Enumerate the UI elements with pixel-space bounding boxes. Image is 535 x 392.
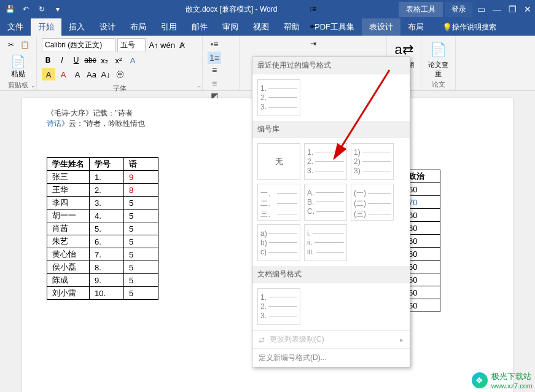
thesis-button[interactable]: 论文查重 — [426, 60, 450, 79]
watermark-logo-icon: ❖ — [472, 372, 488, 388]
clipboard-label: 剪贴板 — [5, 79, 31, 90]
table-row: 侯小磊8.5 — [47, 261, 158, 274]
table-row: 胡一一4.5 — [47, 210, 158, 222]
watermark-url: www.xz7.com — [491, 382, 533, 390]
table-row: 朱艺6.5 — [47, 235, 158, 248]
maximize-icon[interactable]: ❐ — [509, 4, 517, 14]
minimize-icon[interactable]: ― — [493, 4, 501, 14]
tab-home[interactable]: 开始 — [31, 18, 61, 36]
clear-format-icon[interactable]: A̷ — [176, 39, 188, 52]
numbering-dropdown: 最近使用过的编号格式 1. 2. 3. 编号库 无 1. 2. 3. 1) 2)… — [252, 57, 410, 367]
change-list-level: ⇄ 更改列表级别(C) ▸ — [252, 330, 410, 348]
students-table[interactable]: 学生姓名 学号 语 张三1.9 王华2.8 李四3.5 胡一一4.5 肖茜5.5… — [47, 157, 158, 300]
hyperlink-shihua[interactable]: 诗话 — [47, 119, 61, 128]
grow-font-icon[interactable]: A↑ — [147, 39, 160, 52]
undo-icon[interactable]: ↶ — [20, 3, 32, 15]
tab-view[interactable]: 视图 — [246, 18, 276, 36]
tab-design[interactable]: 设计 — [92, 18, 123, 36]
font-launcher-icon[interactable]: ⌐ — [198, 83, 201, 89]
table-tools-label: 表格工具 — [399, 2, 443, 17]
text-effects-icon[interactable]: A — [127, 54, 139, 66]
tab-table-layout[interactable]: 布局 — [400, 18, 431, 36]
docfmt-header: 文档编号格式 — [252, 266, 410, 283]
thesis-check-icon[interactable]: 📄 — [426, 42, 450, 58]
tab-insert[interactable]: 插入 — [61, 18, 92, 36]
numbering-none[interactable]: 无 — [257, 143, 300, 180]
thesis-group: 📄 论文查重 论文 — [421, 36, 456, 90]
change-case-button[interactable]: Aa — [85, 68, 98, 80]
table-header-row: 学生姓名 学号 语 — [47, 158, 158, 171]
save-icon[interactable]: 💾 — [4, 3, 16, 15]
watermark-name: 极光下载站 — [491, 371, 533, 382]
tab-layout[interactable]: 布局 — [123, 18, 154, 36]
define-new-format[interactable]: 定义新编号格式(D)... — [252, 348, 410, 367]
font-label: 字体 — [42, 82, 197, 93]
align-center-icon[interactable]: ≡ — [208, 77, 221, 90]
recent-header: 最近使用过的编号格式 — [252, 57, 410, 74]
italic-button[interactable]: I — [56, 54, 68, 66]
copy-icon[interactable]: 📋 — [19, 38, 32, 52]
font-color-button[interactable]: A — [57, 68, 69, 80]
numbering-icon[interactable]: 1≡ — [208, 52, 221, 64]
bold-button[interactable]: B — [42, 54, 54, 66]
tab-references[interactable]: 引用 — [154, 18, 184, 36]
font-family-select[interactable]: Calibri (西文正文) — [42, 38, 115, 52]
tab-review[interactable]: 审阅 — [215, 18, 246, 36]
font-size-select[interactable]: 五号 — [117, 38, 146, 52]
qat-dropdown-icon[interactable]: ▾ — [52, 3, 64, 15]
indent-icon: ⇄ — [259, 335, 265, 344]
close-icon[interactable]: ✕ — [524, 4, 531, 14]
cut-icon[interactable]: ✂ — [5, 38, 18, 52]
translate-icon[interactable]: a⇄ — [392, 42, 416, 58]
bullets-icon[interactable]: •≡ — [208, 38, 221, 50]
table-row: 王华2.8 — [47, 184, 158, 197]
tab-mailings[interactable]: 邮件 — [184, 18, 215, 36]
library-header: 编号库 — [252, 121, 410, 138]
thesis-label: 论文 — [426, 79, 450, 89]
tab-file[interactable]: 文件 — [0, 18, 31, 36]
redo-icon[interactable]: ↻ — [36, 3, 48, 15]
enclose-char-icon[interactable]: ㊥ — [114, 68, 126, 80]
watermark: ❖ 极光下载站 www.xz7.com — [472, 371, 533, 390]
tell-me[interactable]: 💡 操作说明搜索 — [435, 18, 504, 36]
numbering-recent-arabic-dot[interactable]: 1. 2. 3. — [257, 79, 300, 116]
align-left-icon[interactable]: ≡ — [208, 64, 221, 76]
numbering-upper-alpha[interactable]: A. B. C. — [304, 184, 347, 221]
table-row: 刘小雷10.5 — [47, 287, 158, 300]
numbering-lower-alpha-paren[interactable]: a) b) c) — [257, 224, 300, 261]
numbering-chinese-dun[interactable]: 一、 二、 三、 — [257, 184, 300, 221]
numbering-arabic-paren[interactable]: 1) 2) 3) — [351, 143, 394, 180]
highlight-button[interactable]: A — [42, 68, 55, 80]
numbering-arabic-dot[interactable]: 1. 2. 3. — [304, 143, 347, 180]
increase-indent-icon[interactable]: ⇥ — [310, 39, 316, 48]
numbering-doc-arabic-dot[interactable]: 1. 2. 3. — [257, 288, 300, 325]
paragraph-group: •≡ 1≡ ≡ ≡ ◩ ▦ — [203, 36, 240, 90]
window-title: 散文.docx [兼容模式] - Word — [64, 4, 399, 15]
strikethrough-button[interactable]: abc — [84, 54, 96, 66]
tab-help[interactable]: 帮助 — [276, 18, 307, 36]
phonetic-guide-icon[interactable]: wén — [162, 39, 174, 52]
tab-table-design[interactable]: 表设计 — [362, 18, 400, 36]
numbering-chinese-paren[interactable]: (一) (二) (三) — [351, 184, 394, 221]
shrink-font-icon[interactable]: A↓ — [100, 68, 112, 80]
table-row: 肖茜5.5 — [47, 222, 158, 235]
ribbon-options-icon[interactable]: ▭ — [477, 4, 485, 14]
clipboard-group: ✂ 📋 📄 粘贴 剪贴板 ⌐ — [0, 36, 37, 90]
table-row: 黄心怡7.5 — [47, 248, 158, 261]
clipboard-launcher-icon[interactable]: ⌐ — [32, 83, 35, 89]
numbering-roman-lower[interactable]: i. ii. iii. — [304, 224, 347, 261]
multilevel-list-icon[interactable]: ⁝≡ — [310, 5, 316, 14]
char-shading-icon[interactable]: A — [71, 68, 84, 80]
decrease-indent-icon[interactable]: ⇤ — [310, 22, 316, 31]
underline-button[interactable]: U — [70, 54, 82, 66]
login-button[interactable]: 登录 — [445, 2, 472, 17]
subscript-button[interactable]: x₂ — [98, 54, 111, 66]
table-row: 陈成9.5 — [47, 274, 158, 287]
paste-button[interactable]: 粘贴 — [5, 69, 31, 79]
table-row: 张三1.9 — [47, 171, 158, 184]
paste-icon[interactable]: 📄 — [5, 54, 31, 69]
superscript-button[interactable]: x² — [112, 54, 125, 66]
font-group: Calibri (西文正文) 五号 A↑ wén A̷ B I U abc x₂… — [37, 36, 203, 90]
table-row: 李四3.5 — [47, 197, 158, 210]
